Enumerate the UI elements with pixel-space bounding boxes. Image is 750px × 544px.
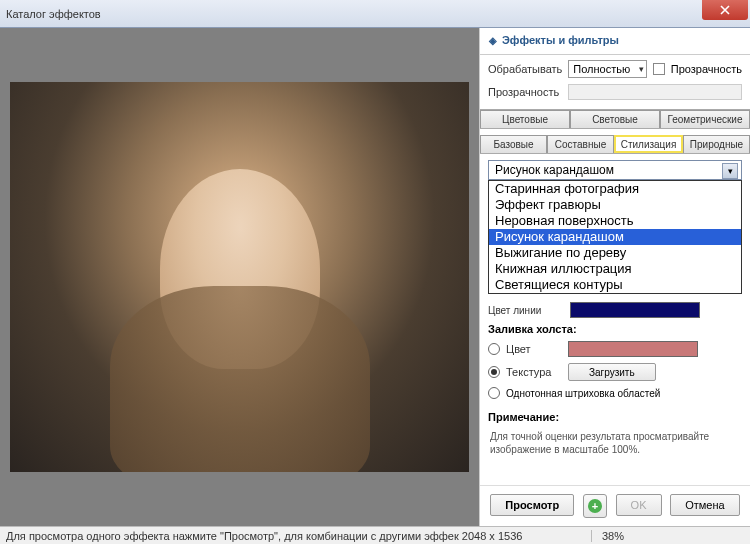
tab-basic[interactable]: Базовые xyxy=(480,135,547,153)
dropdown-item[interactable]: Светящиеся контуры xyxy=(489,277,741,293)
radio-mono-label: Однотонная штриховка областей xyxy=(506,388,660,399)
radio-texture-label: Текстура xyxy=(506,366,562,378)
divider xyxy=(480,54,750,55)
radio-mono[interactable] xyxy=(488,387,500,399)
statusbar-text: Для просмотра одного эффекта нажмите "Пр… xyxy=(6,530,522,542)
tab-composite[interactable]: Составные xyxy=(547,135,614,153)
effect-dropdown-selected[interactable]: Рисунок карандашом xyxy=(488,160,742,180)
note-header: Примечание: xyxy=(488,411,559,423)
tab-geometric[interactable]: Геометрические xyxy=(660,110,750,128)
transparency-checkbox[interactable] xyxy=(653,63,665,75)
window-title: Каталог эффектов xyxy=(6,8,101,20)
transparency-slider[interactable] xyxy=(568,84,742,100)
preview-button[interactable]: Просмотр xyxy=(490,494,574,516)
preview-pane xyxy=(0,28,479,526)
tabs-row-2: Базовые Составные Стилизация Природные xyxy=(480,135,750,154)
line-color-label: Цвет линии xyxy=(488,305,562,316)
add-button[interactable]: + xyxy=(583,494,607,518)
preview-image xyxy=(10,82,469,472)
close-icon xyxy=(720,5,730,15)
radio-texture[interactable] xyxy=(488,366,500,378)
dropdown-item[interactable]: Выжигание по дереву xyxy=(489,245,741,261)
radio-color[interactable] xyxy=(488,343,500,355)
panel-header[interactable]: ◈ Эффекты и фильтры xyxy=(480,28,750,52)
dropdown-item[interactable]: Рисунок карандашом xyxy=(489,229,741,245)
dropdown-item[interactable]: Книжная иллюстрация xyxy=(489,261,741,277)
fill-header: Заливка холста: xyxy=(488,323,577,335)
tabs-row-1: Цветовые Световые Геометрические xyxy=(480,109,750,129)
cancel-button[interactable]: Отмена xyxy=(670,494,739,516)
panel-header-label: Эффекты и фильтры xyxy=(502,34,619,46)
line-color-swatch[interactable] xyxy=(570,302,700,318)
expand-icon: ◈ xyxy=(488,35,498,45)
tab-light[interactable]: Световые xyxy=(570,110,660,128)
action-buttons: Просмотр + OK Отмена xyxy=(480,485,750,526)
tab-nature[interactable]: Природные xyxy=(683,135,750,153)
effect-dropdown[interactable]: Рисунок карандашом Старинная фотография … xyxy=(488,160,742,180)
statusbar-percent: 38% xyxy=(591,530,744,542)
close-button[interactable] xyxy=(702,0,748,20)
transparency-checkbox-label: Прозрачность xyxy=(671,63,742,75)
dropdown-item[interactable]: Старинная фотография xyxy=(489,181,741,197)
process-label: Обрабатывать xyxy=(488,63,562,75)
titlebar: Каталог эффектов xyxy=(0,0,750,28)
dropdown-item[interactable]: Эффект гравюры xyxy=(489,197,741,213)
tab-stylization[interactable]: Стилизация xyxy=(614,135,683,153)
fill-color-swatch[interactable] xyxy=(568,341,698,357)
statusbar: Для просмотра одного эффекта нажмите "Пр… xyxy=(0,526,750,544)
effect-dropdown-list: Старинная фотография Эффект гравюры Неро… xyxy=(488,180,742,294)
load-button[interactable]: Загрузить xyxy=(568,363,656,381)
tab-color[interactable]: Цветовые xyxy=(480,110,570,128)
process-combo[interactable]: Полностью xyxy=(568,60,646,78)
effects-panel: ◈ Эффекты и фильтры Обрабатывать Полност… xyxy=(479,28,750,526)
radio-color-label: Цвет xyxy=(506,343,562,355)
note-text: Для точной оценки результата просматрива… xyxy=(480,426,750,460)
transparency-slider-label: Прозрачность xyxy=(488,86,562,98)
ok-button[interactable]: OK xyxy=(616,494,662,516)
plus-icon: + xyxy=(588,499,602,513)
dropdown-item[interactable]: Неровная поверхность xyxy=(489,213,741,229)
